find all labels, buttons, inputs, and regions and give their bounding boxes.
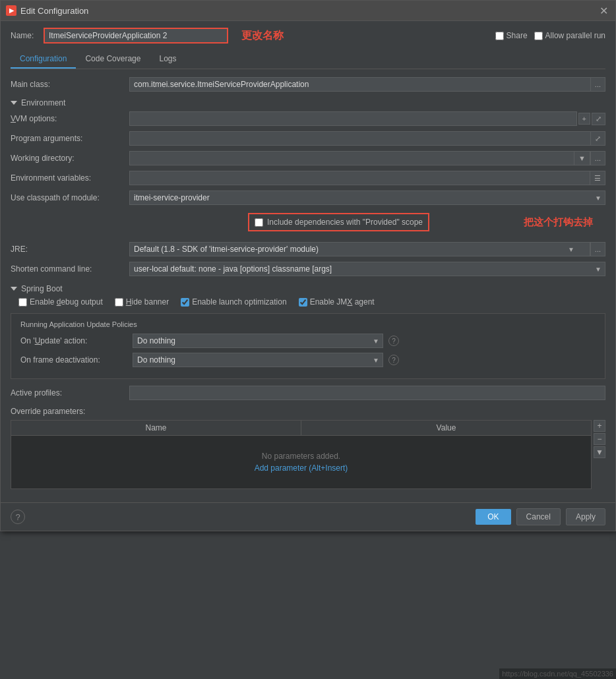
- update-action-select[interactable]: Do nothing Update classes and resources …: [133, 334, 383, 348]
- hide-banner-cb-label[interactable]: Hide banner: [115, 297, 169, 307]
- app-icon: ▶: [6, 5, 16, 16]
- params-table: Name Value No parameters added. Add para…: [11, 420, 592, 489]
- env-vars-label: Environment variables:: [11, 173, 129, 183]
- active-profiles-input[interactable]: [129, 386, 605, 400]
- ok-button[interactable]: OK: [476, 509, 510, 525]
- jmx-agent-cb-label[interactable]: Enable JMX agent: [299, 297, 375, 307]
- params-remove-btn[interactable]: −: [594, 433, 605, 445]
- program-args-input-wrap: ⤢: [129, 131, 605, 146]
- name-input[interactable]: [44, 28, 228, 44]
- hide-banner-checkbox[interactable]: [115, 298, 123, 307]
- module-row: Use classpath of module: itmei-service-p…: [11, 191, 605, 205]
- vm-options-input[interactable]: [129, 111, 577, 126]
- add-parameter-link[interactable]: Add parameter (Alt+Insert): [255, 463, 348, 473]
- title-bar-left: ▶ Edit Configuration: [6, 5, 88, 16]
- main-class-input[interactable]: [129, 77, 590, 92]
- working-dir-row: Working directory: ▼ ...: [11, 151, 605, 165]
- annotation-deps: 把这个打钩去掉: [524, 216, 593, 229]
- params-outer: Name Value No parameters added. Add para…: [11, 420, 605, 489]
- update-policies-title: Running Application Update Policies: [20, 320, 596, 328]
- launch-opt-label: Enable launch optimization: [192, 297, 286, 307]
- update-policies-section: Running Application Update Policies On '…: [11, 313, 605, 379]
- tab-code-coverage[interactable]: Code Coverage: [76, 50, 150, 69]
- parallel-checkbox-label[interactable]: Allow parallel run: [534, 31, 605, 40]
- working-dir-dropdown-btn[interactable]: ▼: [574, 151, 590, 165]
- update-action-select-wrap: Do nothing Update classes and resources …: [133, 334, 383, 348]
- watermark: https://blog.csdn.net/qq_45502336: [499, 668, 616, 679]
- include-deps-label: Include dependencies with "Provided" sco…: [267, 218, 423, 227]
- jre-label: JRE:: [11, 245, 129, 254]
- jmx-agent-checkbox[interactable]: [299, 298, 307, 307]
- params-empty-text: No parameters added.: [262, 452, 340, 461]
- dialog-body: Name: 更改名称 Share Allow parallel run Conf…: [1, 21, 615, 502]
- hide-banner-label: Hide banner: [126, 297, 169, 307]
- working-dir-browse-btn[interactable]: ...: [590, 151, 605, 165]
- program-args-expand-btn[interactable]: ⤢: [590, 131, 605, 146]
- jmx-agent-label: Enable JMX agent: [310, 297, 375, 307]
- launch-opt-cb-label[interactable]: Enable launch optimization: [181, 297, 286, 307]
- include-deps-checkbox[interactable]: [255, 218, 263, 227]
- vm-expand-btn[interactable]: ⤢: [592, 113, 605, 125]
- title-bar: ▶ Edit Configuration ✕: [1, 1, 615, 21]
- vm-options-row: VVM options: + ⤢: [11, 111, 605, 126]
- jre-browse-btn[interactable]: ...: [590, 242, 605, 256]
- jre-select-wrap: Default (1.8 - SDK of 'itmei-service-pro…: [129, 242, 605, 256]
- tab-logs[interactable]: Logs: [150, 50, 185, 69]
- params-table-header: Name Value: [11, 421, 591, 436]
- params-col-value-header: Value: [301, 421, 591, 435]
- main-class-row: Main class: ...: [11, 77, 605, 92]
- frame-deact-select[interactable]: Do nothing Update classes and resources …: [133, 353, 383, 367]
- shorten-select[interactable]: user-local default: none - java [options…: [129, 262, 605, 276]
- vm-expand-plus-btn[interactable]: +: [578, 113, 590, 125]
- cancel-button[interactable]: Cancel: [516, 508, 561, 525]
- params-scroll-btn[interactable]: ▼: [594, 446, 605, 458]
- spring-boot-label: Spring Boot: [21, 284, 63, 293]
- spring-boot-header[interactable]: Spring Boot: [11, 284, 605, 293]
- vm-options-label: VVM options:: [11, 114, 129, 123]
- frame-deact-help-icon[interactable]: ?: [388, 355, 399, 365]
- active-profiles-label: Active profiles:: [11, 388, 129, 398]
- edit-configuration-dialog: ▶ Edit Configuration ✕ Name: 更改名称 Share …: [0, 0, 616, 531]
- name-label: Name:: [11, 31, 37, 40]
- tab-configuration[interactable]: Configuration: [11, 50, 76, 69]
- debug-output-cb-label[interactable]: Enable debug output: [18, 297, 103, 307]
- shorten-select-wrap: user-local default: none - java [options…: [129, 262, 605, 276]
- close-button[interactable]: ✕: [597, 4, 610, 17]
- apply-button[interactable]: Apply: [566, 508, 605, 525]
- program-args-input[interactable]: [129, 131, 590, 146]
- module-select[interactable]: itmei-service-provider: [129, 191, 605, 205]
- main-class-browse-btn[interactable]: ...: [590, 77, 605, 92]
- debug-output-label: Enable debug output: [30, 297, 103, 307]
- name-row-right: Share Allow parallel run: [495, 31, 605, 40]
- share-checkbox-label[interactable]: Share: [495, 31, 528, 40]
- env-vars-input[interactable]: [129, 171, 590, 185]
- launch-opt-checkbox[interactable]: [181, 298, 189, 307]
- working-dir-input[interactable]: [129, 151, 574, 165]
- shorten-row: Shorten command line: user-local default…: [11, 262, 605, 276]
- program-args-label: Program arguments:: [11, 134, 129, 143]
- environment-triangle-icon: [11, 101, 17, 105]
- debug-output-checkbox[interactable]: [18, 298, 27, 307]
- share-checkbox[interactable]: [495, 32, 504, 40]
- frame-deact-label: On frame deactivation:: [20, 355, 133, 365]
- spring-boot-section: Spring Boot Enable debug output Hide ban…: [11, 284, 605, 307]
- main-class-input-wrap: ...: [129, 77, 605, 92]
- working-dir-label: Working directory:: [11, 154, 129, 163]
- shorten-label: Shorten command line:: [11, 264, 129, 274]
- footer-right: OK Cancel Apply: [476, 508, 605, 525]
- parallel-checkbox[interactable]: [534, 32, 543, 40]
- env-vars-browse-btn[interactable]: ☰: [590, 171, 605, 185]
- name-row: Name: 更改名称 Share Allow parallel run: [11, 28, 605, 44]
- tabs: Configuration Code Coverage Logs: [11, 50, 605, 69]
- params-add-btn[interactable]: +: [594, 420, 605, 432]
- help-button[interactable]: ?: [11, 510, 25, 524]
- spring-boot-checkboxes: Enable debug output Hide banner Enable l…: [18, 297, 605, 307]
- spring-boot-triangle-icon: [11, 287, 17, 291]
- footer-left: ?: [11, 510, 25, 524]
- main-class-label: Main class:: [11, 80, 129, 89]
- frame-deact-select-wrap: Do nothing Update classes and resources …: [133, 353, 383, 367]
- environment-label: Environment: [21, 98, 65, 107]
- update-action-help-icon[interactable]: ?: [388, 336, 399, 346]
- environment-section-header[interactable]: Environment: [11, 98, 605, 107]
- jre-select[interactable]: Default (1.8 - SDK of 'itmei-service-pro…: [129, 242, 590, 256]
